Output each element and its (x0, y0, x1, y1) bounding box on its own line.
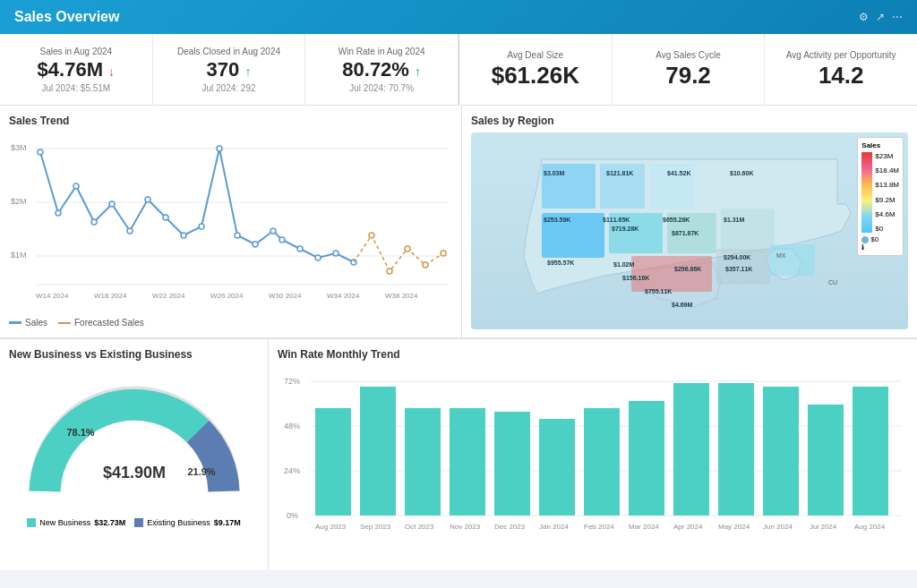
svg-text:$3.03M: $3.03M (544, 170, 565, 177)
svg-text:0%: 0% (287, 511, 298, 520)
svg-text:Apr 2024: Apr 2024 (673, 523, 703, 531)
svg-text:MX: MX (776, 252, 786, 259)
legend-sales: Sales (9, 318, 47, 328)
svg-text:Feb 2024: Feb 2024 (584, 523, 614, 531)
kpi-win-rate-trend-icon: ↑ (415, 64, 421, 79)
kpi-row: Sales in Aug 2024 $4.76M ↓ Jul 2024: $5.… (0, 34, 917, 106)
svg-text:W22 2024: W22 2024 (152, 292, 185, 300)
svg-point-37 (441, 251, 446, 256)
svg-rect-90 (808, 405, 844, 516)
settings-icon[interactable]: ⚙ (859, 11, 869, 23)
svg-text:$1M: $1M (11, 251, 27, 260)
svg-text:21.9%: 21.9% (187, 466, 215, 477)
color-scale-legend: Sales $23M $18.4M $13.8M $9.2M $4.6M $0 … (857, 137, 904, 256)
svg-text:$294.00K: $294.00K (724, 254, 750, 261)
win-rate-panel: Win Rate Monthly Trend 72% 48% 24% 0% (269, 339, 917, 570)
svg-text:W30 2024: W30 2024 (269, 292, 302, 300)
kpi-avg-cycle-label: Avg Sales Cycle (656, 50, 721, 60)
win-rate-chart: 72% 48% 24% 0% (278, 366, 908, 563)
scale-max: $23M (875, 152, 899, 160)
scale-val1: $18.4M (875, 166, 899, 175)
svg-point-14 (38, 149, 43, 155)
legend-forecast-label: Forecasted Sales (74, 318, 144, 328)
svg-text:W26 2024: W26 2024 (210, 292, 244, 300)
kpi-deals-value: 370 ↑ (167, 58, 291, 81)
kpi-avg-deal-value: $61.26K (492, 62, 579, 89)
svg-point-29 (297, 246, 303, 251)
svg-point-23 (199, 224, 204, 229)
kpi-avg-activity: Avg Activity per Opportunity 14.2 (765, 34, 917, 105)
svg-rect-45 (631, 256, 712, 292)
scale-val3: $9.2M (875, 196, 899, 204)
page-header: Sales Overview ⚙ ↗ ⋯ (0, 0, 917, 34)
kpi-win-rate-label: Win Rate in Aug 2024 (320, 47, 443, 56)
kpi-win-rate: Win Rate in Aug 2024 80.72% ↑ Jul 2024: … (305, 34, 458, 105)
svg-point-34 (387, 268, 392, 274)
svg-text:Jun 2024: Jun 2024 (763, 523, 793, 531)
share-icon[interactable]: ↗ (876, 11, 885, 23)
svg-text:$296.86K: $296.86K (674, 266, 701, 273)
svg-rect-87 (673, 383, 709, 516)
scale-val4: $4.6M (875, 210, 899, 218)
svg-text:48%: 48% (284, 422, 300, 430)
kpi-sales-aug-label: Sales in Aug 2024 (14, 47, 138, 56)
scale-min: $0 (875, 225, 899, 233)
svg-text:$253.59K: $253.59K (544, 217, 570, 224)
svg-text:24%: 24% (284, 466, 300, 475)
new-vs-existing-panel: New Business vs Existing Business $41.90… (0, 339, 269, 570)
svg-point-22 (181, 233, 186, 238)
svg-text:$41.90M: $41.90M (102, 464, 165, 481)
sales-trend-chart: $3M $2M $1M W14 2024 W18 2024 W22 2024 W… (9, 132, 452, 311)
more-icon[interactable]: ⋯ (892, 11, 903, 23)
sales-trend-title: Sales Trend (9, 115, 452, 127)
svg-text:Aug 2023: Aug 2023 (315, 523, 347, 531)
kpi-win-rate-sub: Jul 2024: 70.7% (320, 83, 443, 93)
svg-text:$111.65K: $111.65K (603, 217, 630, 224)
svg-rect-81 (405, 408, 441, 516)
svg-text:Jul 2024: Jul 2024 (810, 523, 837, 531)
svg-text:Jan 2024: Jan 2024 (539, 523, 569, 531)
svg-point-21 (163, 215, 168, 220)
svg-rect-88 (718, 383, 754, 516)
svg-text:W34 2024: W34 2024 (327, 292, 360, 300)
legend-forecast: Forecasted Sales (58, 318, 144, 328)
svg-point-30 (315, 255, 321, 260)
middle-row: Sales Trend $3M $2M $1M W14 2024 W18 202… (0, 106, 917, 338)
kpi-avg-cycle-value: 79.2 (665, 62, 711, 89)
svg-text:$121.81K: $121.81K (606, 170, 633, 177)
svg-text:$1.31M: $1.31M (724, 217, 745, 224)
sales-by-region-panel: Sales by Region (462, 106, 917, 337)
kpi-deals-closed: Deals Closed in Aug 2024 370 ↑ Jul 2024:… (153, 34, 306, 105)
sales-by-region-title: Sales by Region (471, 115, 908, 127)
svg-rect-47 (770, 244, 815, 276)
svg-text:May 2024: May 2024 (718, 523, 750, 531)
svg-point-28 (279, 237, 285, 243)
us-map-svg: $3.03M $121.81K $41.52K $10.60K $253.59K… (471, 132, 908, 329)
sales-trend-legend: Sales Forecasted Sales (9, 318, 452, 328)
svg-point-24 (217, 146, 222, 151)
svg-point-26 (253, 242, 258, 247)
kpi-sales-aug: Sales in Aug 2024 $4.76M ↓ Jul 2024: $5.… (0, 34, 153, 105)
kpi-sales-aug-value: $4.76M ↓ (14, 58, 138, 81)
svg-point-17 (91, 219, 97, 225)
svg-point-15 (56, 210, 61, 216)
kpi-avg-deal-size: Avg Deal Size $61.26K (459, 34, 613, 105)
svg-text:$719.28K: $719.28K (612, 226, 638, 233)
svg-rect-84 (539, 419, 575, 516)
svg-point-19 (127, 228, 133, 234)
donut-chart: $41.90M 78.1% 21.9% (27, 375, 242, 518)
svg-rect-89 (763, 387, 799, 516)
svg-text:$1.02M: $1.02M (613, 261, 635, 268)
scale-val2: $13.8M (875, 181, 899, 189)
kpi-deals-sub: Jul 2024: 292 (167, 83, 291, 93)
svg-text:Nov 2023: Nov 2023 (450, 523, 481, 531)
kpi-avg-activity-value: 14.2 (818, 62, 864, 89)
svg-rect-79 (315, 408, 351, 516)
svg-text:$156.16K: $156.16K (622, 275, 649, 282)
kpi-avg-activity-label: Avg Activity per Opportunity (786, 50, 896, 60)
svg-rect-86 (629, 401, 664, 516)
svg-rect-44 (721, 209, 775, 253)
scale-container: $23M $18.4M $13.8M $9.2M $4.6M $0 (861, 152, 899, 233)
svg-point-31 (333, 251, 339, 256)
info-icon[interactable]: ℹ (861, 243, 864, 251)
